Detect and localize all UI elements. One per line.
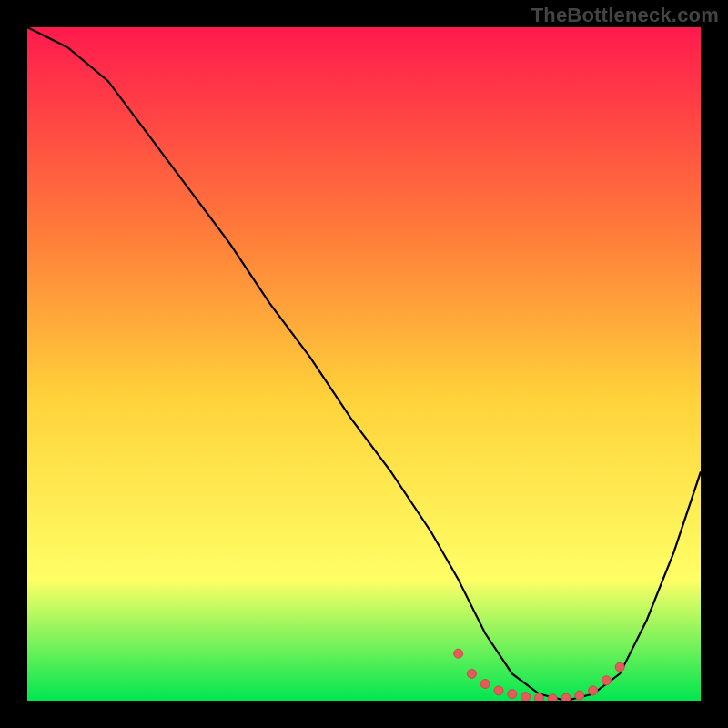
optimal-marker: [521, 693, 531, 701]
optimal-marker: [467, 669, 476, 678]
plot-area: [27, 27, 701, 701]
gradient-background: [27, 27, 701, 701]
optimal-marker: [508, 690, 517, 699]
optimal-marker: [602, 676, 611, 685]
optimal-marker: [575, 691, 584, 700]
optimal-marker: [534, 693, 543, 701]
optimal-marker: [480, 680, 490, 689]
watermark-text: TheBottleneck.com: [531, 4, 719, 27]
chart-svg: [27, 27, 701, 701]
optimal-marker: [454, 649, 463, 658]
chart-frame: TheBottleneck.com: [0, 0, 728, 728]
optimal-marker: [561, 693, 571, 701]
optimal-marker: [615, 662, 624, 672]
optimal-marker: [589, 686, 598, 695]
optimal-marker: [494, 686, 503, 695]
optimal-marker: [548, 694, 557, 701]
